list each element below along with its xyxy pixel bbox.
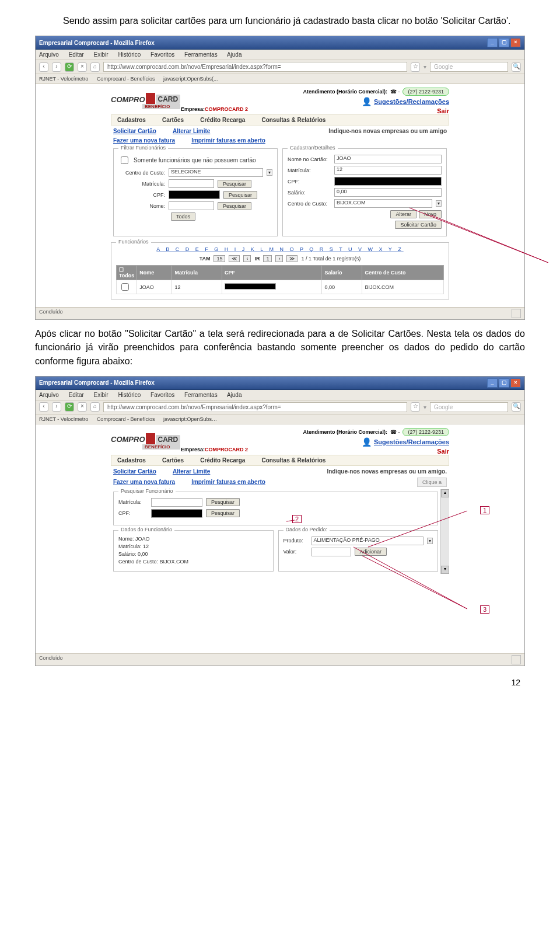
menu-cartoes[interactable]: Cartões (162, 457, 184, 464)
todos-button[interactable]: Todos (171, 213, 195, 221)
stop-icon[interactable]: × (78, 62, 87, 72)
imprimir-faturas-link[interactable]: Imprimir faturas em aberto (191, 137, 265, 144)
clique-button[interactable]: Clique a (417, 478, 447, 487)
minimize-icon[interactable]: _ (487, 378, 498, 388)
solicitar-cartao-link[interactable]: Solicitar Cartão (113, 468, 156, 475)
menu-consultas[interactable]: Consultas & Relatórios (261, 457, 326, 464)
fazer-fatura-link[interactable]: Fazer uma nova fatura (113, 137, 175, 144)
menu-cadastros[interactable]: Cadastros (117, 457, 146, 464)
bookmark-item[interactable]: javascript:OpenSubs… (163, 416, 217, 422)
menu-item[interactable]: Histórico (118, 51, 141, 58)
cpf-input[interactable] (334, 177, 442, 186)
novo-button[interactable]: Novo (419, 210, 442, 218)
bookmark-item[interactable]: RJNET - Velocímetro (39, 416, 88, 422)
pesquisar-button[interactable]: Pesquisar (218, 202, 251, 210)
solicitar-cartao-button[interactable]: Solicitar Cartão (395, 221, 442, 229)
cpf-input[interactable] (151, 509, 202, 518)
alterar-limite-link[interactable]: Alterar Limite (173, 468, 210, 475)
url-input[interactable]: http://www.comprocard.com.br/novo/Empres… (103, 62, 407, 72)
url-input[interactable]: http://www.comprocard.com.br/novo/Empres… (103, 402, 407, 412)
nome-input[interactable] (169, 201, 214, 210)
first-page-icon[interactable]: ≪ (229, 255, 240, 262)
cpf-input[interactable] (169, 190, 220, 199)
chevron-down-icon[interactable]: ▾ (427, 538, 433, 544)
search-input[interactable]: Google (430, 62, 508, 72)
close-icon[interactable]: × (510, 38, 521, 47)
next-page-icon[interactable]: › (275, 255, 283, 262)
menu-item[interactable]: Exibir (94, 392, 108, 398)
menu-consultas[interactable]: Consultas & Relatórios (261, 117, 326, 123)
bookmark-item[interactable]: Comprocard - Benefícios (97, 76, 155, 82)
bookmark-item[interactable]: RJNET - Velocímetro (39, 76, 88, 82)
bookmark-item[interactable]: javascript:OpenSubs(... (163, 76, 218, 82)
somente-sem-cartao-checkbox[interactable] (121, 156, 128, 164)
search-input[interactable]: Google (430, 402, 508, 412)
menu-item[interactable]: Arquivo (39, 392, 59, 398)
close-icon[interactable]: × (510, 378, 521, 388)
bookmark-item[interactable]: Comprocard - Benefícios (97, 416, 155, 422)
produto-select[interactable]: ALIMENTAÇÃO PRÉ-PAGO (312, 537, 424, 545)
menu-cartoes[interactable]: Cartões (162, 117, 184, 123)
tam-input[interactable]: 15 (214, 255, 225, 262)
alterar-limite-link[interactable]: Alterar Limite (173, 128, 210, 134)
home-icon[interactable]: ⌂ (90, 62, 100, 72)
menu-item[interactable]: Arquivo (39, 51, 59, 58)
stop-icon[interactable]: × (78, 402, 87, 412)
reload-icon[interactable]: ⟳ (65, 402, 74, 412)
pesquisar-button[interactable]: Pesquisar (206, 498, 240, 506)
home-icon[interactable]: ⌂ (90, 402, 100, 412)
forward-icon[interactable]: › (52, 402, 61, 412)
forward-icon[interactable]: › (52, 62, 61, 72)
pesquisar-button[interactable]: Pesquisar (218, 180, 251, 188)
pesquisar-button[interactable]: Pesquisar (206, 509, 240, 517)
alpha-filter[interactable]: A B C D E F G H I J K L M N O P Q R S T … (116, 246, 444, 252)
maximize-icon[interactable]: ▢ (499, 38, 509, 47)
chevron-down-icon[interactable]: ▾ (267, 169, 272, 176)
centro-custo-select[interactable]: SELECIONE (169, 168, 263, 177)
menu-item[interactable]: Exibir (94, 51, 108, 58)
back-icon[interactable]: ‹ (39, 402, 48, 412)
menu-cadastros[interactable]: Cadastros (117, 117, 146, 123)
menu-item[interactable]: Ajuda (227, 392, 242, 398)
adicionar-button[interactable]: Adicionar (355, 548, 387, 556)
imprimir-faturas-link[interactable]: Imprimir faturas em aberto (191, 479, 265, 485)
star-icon[interactable]: ☆ (411, 62, 420, 72)
menu-item[interactable]: Editar (69, 51, 84, 58)
menu-item[interactable]: Favoritos (150, 51, 174, 58)
sair-link[interactable]: Sair (437, 448, 449, 455)
prev-page-icon[interactable]: ‹ (243, 255, 251, 262)
solicitar-cartao-link[interactable]: Solicitar Cartão (113, 128, 156, 134)
matricula-input[interactable] (169, 179, 214, 188)
menu-item[interactable]: Ferramentas (184, 51, 218, 58)
nome-cartao-input[interactable]: JOAO (334, 155, 442, 163)
star-icon[interactable]: ☆ (411, 402, 420, 412)
maximize-icon[interactable]: ▢ (499, 378, 509, 388)
fazer-fatura-link[interactable]: Fazer uma nova fatura (113, 479, 175, 485)
menu-item[interactable]: Editar (69, 392, 84, 398)
valor-input[interactable] (312, 548, 351, 556)
menu-item[interactable]: Ferramentas (184, 392, 218, 398)
centro-custo-select[interactable]: BIJOX.COM (334, 199, 432, 208)
menu-item[interactable]: Histórico (118, 392, 141, 398)
scroll-down-icon[interactable]: ▾ (441, 566, 449, 574)
scrollbar[interactable]: ▴ ▾ (440, 489, 449, 574)
alterar-button[interactable]: Alterar (390, 210, 416, 218)
menu-credito[interactable]: Crédito Recarga (200, 117, 245, 123)
sugestoes-link[interactable]: Sugestões/Reclamações (374, 98, 449, 105)
sair-link[interactable]: Sair (437, 107, 449, 114)
reload-icon[interactable]: ⟳ (65, 62, 74, 72)
last-page-icon[interactable]: ≫ (286, 255, 298, 262)
chevron-down-icon[interactable]: ▾ (436, 200, 442, 207)
page-input[interactable]: 1 (263, 255, 272, 262)
pesquisar-button[interactable]: Pesquisar (223, 191, 257, 199)
back-icon[interactable]: ‹ (39, 62, 48, 72)
search-icon[interactable]: 🔍 (512, 62, 521, 72)
matricula-input[interactable] (151, 498, 202, 507)
menu-credito[interactable]: Crédito Recarga (200, 457, 245, 464)
matricula-input[interactable]: 12 (334, 166, 442, 175)
row-checkbox[interactable] (121, 283, 129, 291)
menu-item[interactable]: Ajuda (227, 51, 242, 58)
table-row[interactable]: JOAO 12 0,00 BIJOX.COM (117, 280, 444, 294)
menu-item[interactable]: Favoritos (150, 392, 174, 398)
sugestoes-link[interactable]: Sugestões/Reclamações (374, 438, 449, 445)
